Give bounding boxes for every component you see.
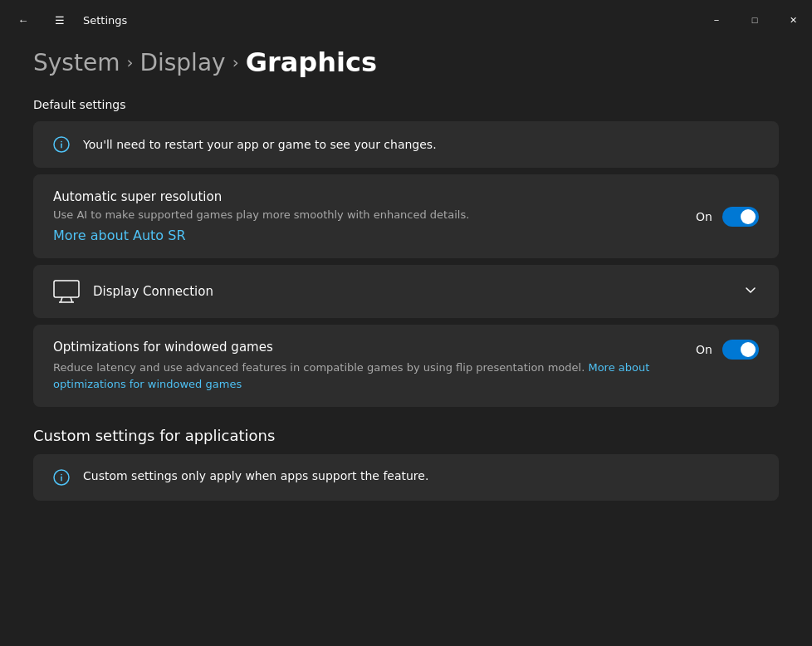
svg-line-4 (61, 297, 62, 302)
auto-super-resolution-description: Use AI to make supported games play more… (53, 208, 682, 223)
custom-info-card-inner: Custom settings only apply when apps sup… (33, 454, 779, 501)
default-settings-title: Default settings (33, 98, 779, 111)
breadcrumb-separator-1: › (126, 52, 133, 72)
breadcrumb: System › Display › Graphics (33, 46, 779, 78)
optimizations-content: Optimizations for windowed games Reduce … (53, 340, 682, 392)
auto-super-resolution-card: Automatic super resolution Use AI to mak… (33, 174, 779, 258)
optimizations-row: Optimizations for windowed games Reduce … (53, 340, 759, 392)
title-bar: ← ☰ Settings − □ ✕ (0, 0, 812, 33)
breadcrumb-display[interactable]: Display (139, 49, 225, 76)
toggle-thumb (741, 209, 756, 224)
main-content: System › Display › Graphics Default sett… (0, 33, 812, 646)
info-card-inner: You'll need to restart your app or game … (33, 121, 779, 168)
title-bar-left: ← ☰ Settings (0, 7, 127, 33)
auto-sr-link[interactable]: More about Auto SR (53, 228, 186, 243)
back-button[interactable]: ← (10, 7, 37, 33)
svg-point-9 (61, 474, 62, 476)
display-connection-title: Display Connection (93, 284, 213, 299)
svg-rect-8 (61, 477, 62, 482)
optimizations-toggle-thumb (741, 342, 756, 357)
close-button[interactable]: ✕ (774, 7, 812, 33)
maximize-icon: □ (752, 15, 758, 25)
title-bar-controls: − □ ✕ (697, 7, 812, 33)
custom-info-card: Custom settings only apply when apps sup… (33, 454, 779, 501)
hamburger-icon: ☰ (55, 14, 65, 27)
hamburger-button[interactable]: ☰ (46, 7, 73, 33)
optimizations-desc-text: Reduce latency and use advanced features… (53, 361, 588, 374)
auto-super-resolution-toggle-label: On (696, 210, 712, 223)
auto-super-resolution-inner: Automatic super resolution Use AI to mak… (33, 174, 779, 258)
info-message: You'll need to restart your app or game … (83, 138, 437, 151)
svg-line-5 (71, 297, 72, 302)
auto-super-resolution-content: Automatic super resolution Use AI to mak… (53, 189, 682, 243)
window-title: Settings (83, 14, 127, 27)
display-connection-inner[interactable]: Display Connection (33, 265, 779, 318)
svg-rect-3 (54, 281, 79, 297)
chevron-down-icon (742, 281, 759, 301)
auto-super-resolution-desc-text: Use AI to make supported games play more… (53, 208, 469, 221)
optimizations-title: Optimizations for windowed games (53, 340, 682, 355)
custom-info-icon (53, 469, 70, 486)
svg-rect-1 (61, 144, 62, 149)
auto-super-resolution-toggle[interactable] (722, 207, 759, 227)
custom-settings-title: Custom settings for applications (33, 427, 779, 444)
svg-point-2 (61, 141, 62, 143)
display-connection-left: Display Connection (53, 280, 213, 303)
optimizations-toggle[interactable] (722, 340, 759, 360)
close-icon: ✕ (790, 15, 797, 26)
info-card: You'll need to restart your app or game … (33, 121, 779, 168)
optimizations-card: Optimizations for windowed games Reduce … (33, 325, 779, 407)
display-connection-card[interactable]: Display Connection (33, 265, 779, 318)
monitor-icon (53, 280, 80, 303)
optimizations-toggle-group: On (696, 340, 759, 360)
auto-super-resolution-title: Automatic super resolution (53, 189, 682, 204)
maximize-button[interactable]: □ (736, 7, 774, 33)
auto-super-resolution-toggle-group: On (696, 207, 759, 227)
optimizations-toggle-track (722, 340, 759, 360)
breadcrumb-current: Graphics (246, 46, 377, 78)
custom-info-message: Custom settings only apply when apps sup… (83, 469, 428, 482)
breadcrumb-separator-2: › (232, 52, 239, 72)
auto-super-resolution-row: Automatic super resolution Use AI to mak… (53, 189, 759, 243)
minimize-button[interactable]: − (697, 7, 736, 33)
optimizations-inner: Optimizations for windowed games Reduce … (33, 325, 779, 407)
optimizations-description: Reduce latency and use advanced features… (53, 360, 682, 392)
breadcrumb-system[interactable]: System (33, 49, 120, 76)
toggle-track (722, 207, 759, 227)
optimizations-toggle-label: On (696, 343, 712, 356)
minimize-icon: − (714, 15, 719, 25)
back-icon: ← (17, 14, 28, 27)
info-icon (53, 136, 70, 153)
